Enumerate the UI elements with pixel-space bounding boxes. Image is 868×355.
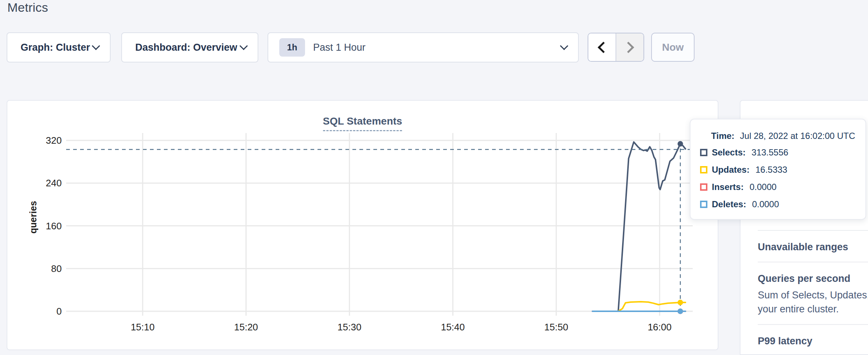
dashboard-selector-dropdown[interactable]: Dashboard: Overview xyxy=(121,32,258,62)
graph-selector-dropdown[interactable]: Graph: Cluster xyxy=(7,32,111,62)
time-step-control xyxy=(588,33,644,62)
page-title: Metrics xyxy=(7,0,48,15)
tooltip-series-name: Deletes: xyxy=(712,199,746,209)
hover-dot-selects xyxy=(678,141,683,147)
tooltip-time-row: Time: Jul 28, 2022 at 16:02:00 UTC xyxy=(700,128,865,144)
x-axis-tick: 15:30 xyxy=(326,322,373,333)
chevron-down-icon xyxy=(240,42,248,50)
series-swatch-icon xyxy=(700,166,707,173)
tooltip-series-row: Deletes:0.0000 xyxy=(700,196,865,213)
time-window-selector[interactable]: 1h Past 1 Hour xyxy=(268,32,579,62)
sidebar-metric-heading: P99 latency xyxy=(758,334,868,348)
chart-hover-tooltip: Time: Jul 28, 2022 at 16:02:00 UTC Selec… xyxy=(690,119,866,220)
tooltip-time-value: Jul 28, 2022 at 16:02:00 UTC xyxy=(740,131,856,141)
sidebar-metric-description: P99 latency xyxy=(758,325,868,355)
tooltip-series-value: 313.5556 xyxy=(752,147,788,158)
sidebar-metric-description: Unavailable ranges xyxy=(758,231,868,262)
hover-dot-deletes xyxy=(678,309,683,314)
tooltip-series-value: 0.0000 xyxy=(752,199,779,209)
y-axis-tick: 160 xyxy=(32,220,62,232)
time-window-label: Past 1 Hour xyxy=(313,42,561,53)
x-axis-tick: 16:00 xyxy=(636,322,684,333)
chevron-left-icon xyxy=(598,42,609,53)
sidebar-metric-heading: Unavailable ranges xyxy=(758,240,868,254)
sidebar-metric-heading: Queries per second xyxy=(758,272,868,285)
chevron-down-icon xyxy=(560,42,568,50)
sidebar-metric-desc-line: Sum of Selects, Updates, Inser xyxy=(758,288,868,302)
y-axis-tick: 0 xyxy=(32,306,62,317)
chevron-right-icon xyxy=(623,42,634,53)
tooltip-series-row: Selects:313.5556 xyxy=(700,144,865,161)
series-swatch-icon xyxy=(700,183,707,191)
y-axis-tick: 240 xyxy=(32,178,62,189)
hover-dot-updates xyxy=(678,300,683,305)
previous-timeframe-button[interactable] xyxy=(588,33,616,61)
dashboard-selector-label: Dashboard: Overview xyxy=(135,42,237,53)
chevron-down-icon xyxy=(92,42,100,50)
y-axis-tick: 80 xyxy=(32,263,62,275)
series-line-updates xyxy=(618,302,685,311)
sidebar-metric-desc-line: your entire cluster. xyxy=(758,302,868,316)
tooltip-series-name: Inserts: xyxy=(712,182,744,192)
sidebar-metric-description: Queries per secondSum of Selects, Update… xyxy=(758,262,868,324)
tooltip-time-label: Time: xyxy=(711,131,735,141)
series-swatch-icon xyxy=(700,201,707,208)
x-axis-tick: 15:50 xyxy=(532,322,580,333)
series-swatch-icon xyxy=(700,149,707,156)
now-button[interactable]: Now xyxy=(651,33,695,62)
tooltip-series-name: Updates: xyxy=(712,165,750,175)
tooltip-series-row: Updates:16.5333 xyxy=(700,161,865,178)
x-axis-tick: 15:40 xyxy=(429,322,477,333)
tooltip-series-name: Selects: xyxy=(712,147,746,158)
tooltip-series-value: 16.5333 xyxy=(756,165,788,175)
time-window-badge: 1h xyxy=(279,38,305,57)
sql-statements-chart-card: SQL Statements queries 08016024032015:10… xyxy=(7,100,718,350)
x-axis-tick: 15:20 xyxy=(222,322,270,333)
tooltip-series-row: Inserts:0.0000 xyxy=(700,178,865,196)
tooltip-series-value: 0.0000 xyxy=(750,182,776,192)
series-line-selects xyxy=(618,142,685,311)
chart-plot-area[interactable] xyxy=(7,101,719,351)
metrics-page: { "page": { "title": "Metrics" }, "toolb… xyxy=(0,0,868,355)
x-axis-tick: 15:10 xyxy=(119,322,166,333)
y-axis-tick: 320 xyxy=(32,135,62,146)
next-timeframe-button[interactable] xyxy=(616,33,643,61)
graph-selector-label: Graph: Cluster xyxy=(21,42,90,53)
